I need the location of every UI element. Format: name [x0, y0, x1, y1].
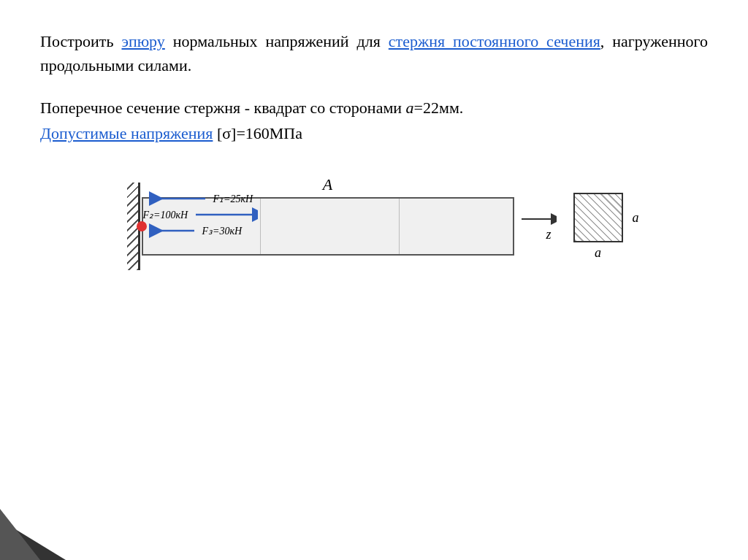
- wall-support: [126, 183, 142, 270]
- f1-arrow: [143, 191, 209, 207]
- cross-section: a a: [573, 193, 623, 261]
- corner-decoration: [0, 502, 88, 560]
- f2-label: F₂=100кН: [143, 209, 188, 221]
- para1-text-between: нормальных напряжений для: [165, 32, 389, 50]
- divider1: [260, 199, 262, 254]
- f1-label: F₁=25кН: [213, 193, 253, 205]
- z-arrow-svg: [520, 211, 557, 227]
- z-axis: z: [520, 197, 560, 256]
- para1-text-before: Построить: [40, 32, 121, 50]
- para2-equals: =22мм.: [414, 99, 464, 117]
- f2-arrow: [192, 207, 258, 223]
- divider2: [399, 199, 400, 254]
- paragraph1: Построить эпюру нормальных напряжений дл…: [40, 29, 708, 77]
- cs-square: [573, 193, 623, 242]
- para2-sigma: [σ]=160МПа: [213, 124, 302, 142]
- f3-group: F₃=30кН: [143, 223, 513, 239]
- beam-rect: A F₁=25кН F₂: [142, 197, 514, 256]
- cs-square-wrapper: a: [573, 193, 623, 242]
- f3-label: F₃=30кН: [202, 225, 243, 237]
- paragraph2: Поперечное сечение стержня - квадрат со …: [40, 95, 708, 146]
- f1-group: F₁=25кН: [143, 191, 513, 207]
- para2-text-main: Поперечное сечение стержня - квадрат со …: [40, 99, 406, 117]
- z-label: z: [546, 227, 552, 242]
- para2-italic-a: а: [406, 99, 414, 117]
- link-epyuru[interactable]: эпюру: [121, 32, 164, 50]
- f3-arrow: [143, 223, 198, 239]
- beam-container: A F₁=25кН F₂: [126, 183, 623, 270]
- page-content: Построить эпюру нормальных напряжений дл…: [0, 0, 748, 292]
- corner-shape-medium: [0, 509, 40, 560]
- cs-label-a-bottom: a: [573, 245, 623, 261]
- link-dopustimye[interactable]: Допустимые напряжения: [40, 124, 213, 142]
- wall-pin: [137, 221, 147, 231]
- cs-label-a-right: a: [633, 210, 639, 225]
- link-sterzhnya-secheniya[interactable]: стержня постоянного сечения: [389, 32, 600, 50]
- diagram-area: A F₁=25кН F₂: [40, 183, 708, 270]
- f2-group: F₂=100кН: [143, 207, 513, 223]
